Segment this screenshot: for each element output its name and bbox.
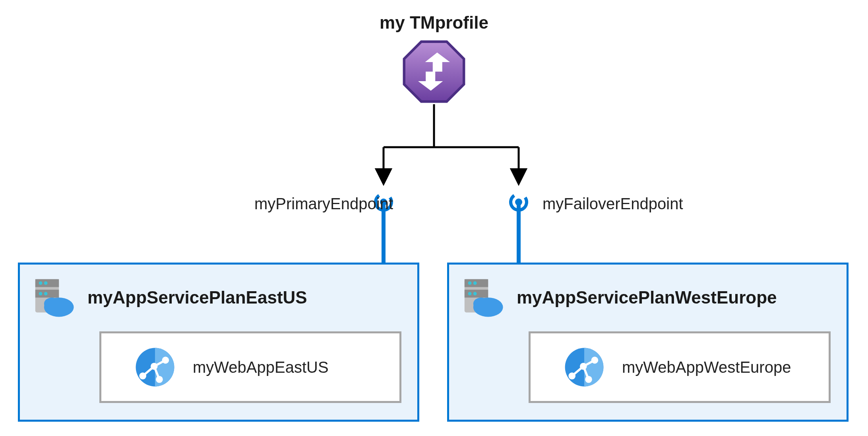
webapp-label: myWebAppWestEurope (622, 358, 791, 376)
traffic-manager-icon (402, 40, 466, 103)
svg-point-13 (44, 281, 48, 285)
app-service-plan-label: myAppServicePlanEastUS (87, 288, 307, 308)
svg-point-41 (580, 363, 587, 370)
svg-point-32 (468, 292, 472, 296)
svg-rect-9 (517, 204, 521, 219)
architecture-diagram: my TMprofile (0, 0, 868, 436)
app-service-plan-row: myAppServicePlanEastUS (20, 265, 417, 323)
app-service-plan-icon (32, 276, 76, 319)
svg-point-23 (139, 372, 146, 380)
failover-endpoint-label: myFailoverEndpoint (542, 195, 683, 213)
app-service-plan-row: myAppServicePlanWestEurope (449, 265, 847, 323)
webapp-box: myWebAppWestEurope (529, 331, 831, 403)
webapp-box: myWebAppEastUS (99, 331, 401, 403)
traffic-manager-title: my TMprofile (380, 13, 488, 33)
svg-point-16 (44, 292, 48, 296)
svg-point-24 (151, 363, 158, 370)
svg-point-29 (468, 281, 472, 285)
region-box-westeurope: myAppServicePlanWestEurope (447, 263, 849, 422)
webapp-label: myWebAppEastUS (193, 358, 329, 376)
svg-point-25 (162, 357, 169, 364)
endpoint-icon (505, 191, 533, 219)
app-service-plan-icon (461, 276, 505, 319)
primary-endpoint-label: myPrimaryEndpoint (254, 195, 393, 213)
svg-point-30 (473, 281, 477, 285)
app-service-plan-label: myAppServicePlanWestEurope (517, 288, 777, 308)
svg-point-42 (591, 357, 599, 364)
svg-point-18 (44, 298, 60, 310)
svg-point-35 (473, 298, 489, 310)
svg-point-12 (39, 281, 43, 285)
region-box-eastus: myAppServicePlanEastUS (18, 263, 419, 422)
svg-point-33 (473, 292, 477, 296)
svg-point-15 (39, 292, 43, 296)
svg-point-43 (585, 376, 592, 383)
webapp-icon (133, 345, 177, 389)
svg-point-26 (156, 376, 163, 383)
svg-point-40 (568, 372, 575, 380)
webapp-icon (562, 345, 606, 389)
